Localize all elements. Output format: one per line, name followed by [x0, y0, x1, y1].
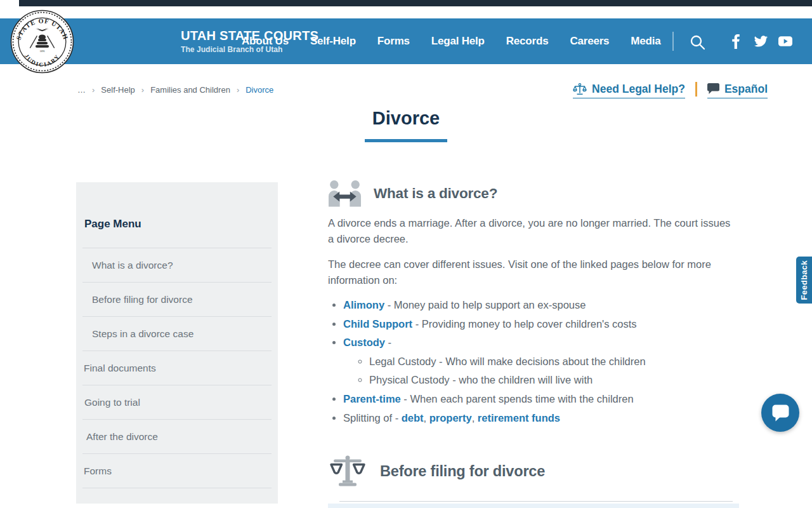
social-links: [728, 34, 793, 49]
section-bg-strip: [328, 504, 739, 508]
facebook-icon: [732, 34, 740, 49]
list-item-splitting: Splitting of - debt, property, retiremen…: [343, 411, 739, 425]
breadcrumb-divorce-current: Divorce: [246, 85, 273, 95]
espanol-label: Español: [724, 83, 768, 96]
utility-divider: [695, 82, 697, 97]
section-before-filing-header: Before filing for divorce: [329, 455, 545, 488]
scales-of-justice-icon: [329, 455, 366, 488]
list-item-parent-time: Parent-time - When each parent spends ti…: [343, 392, 739, 406]
nav-item-about-us[interactable]: About Us: [242, 35, 289, 48]
chat-bubble-icon: [772, 404, 789, 422]
main-content: What is a divorce? A divorce ends a marr…: [328, 180, 739, 429]
parent-time-link[interactable]: Parent-time: [343, 393, 401, 404]
sidebar-item-after-the-divorce[interactable]: After the divorce: [76, 420, 278, 453]
sidebar-divider: [82, 488, 272, 488]
sidebar-item-before-filing[interactable]: Before filing for divorce: [76, 283, 278, 316]
content-divider: [339, 501, 733, 502]
top-dark-bar: [19, 0, 812, 6]
section-heading: Before filing for divorce: [380, 463, 545, 480]
sidebar-item-final-documents[interactable]: Final documents: [76, 351, 278, 385]
feedback-label: Feedback: [799, 260, 809, 300]
debt-link[interactable]: debt: [402, 412, 424, 424]
seal-year-text: 1896: [39, 50, 44, 53]
page: STATE OF UTAH JUDICIARY 1896 UTAH STATE …: [0, 0, 812, 508]
list-item-legal-custody: Legal Custody - Who will make decisions …: [369, 354, 739, 368]
facebook-button[interactable]: [728, 34, 743, 49]
divorce-topics-list: Alimony - Money paid to help support an …: [328, 298, 739, 425]
intro-paragraph: A divorce ends a marriage. After a divor…: [328, 215, 734, 246]
breadcrumb-families-and-children[interactable]: Families and Children: [150, 85, 230, 95]
nav-item-self-help[interactable]: Self-Help: [310, 35, 356, 48]
splitting-prefix: Splitting of -: [343, 412, 402, 424]
feedback-tab[interactable]: Feedback: [796, 257, 812, 304]
child-support-description: - Providing money to help cover children…: [412, 318, 636, 330]
retirement-funds-link[interactable]: retirement funds: [478, 412, 560, 424]
custody-sub-list: Legal Custody - Who will make decisions …: [343, 354, 739, 387]
alimony-description: - Money paid to help support an ex-spous…: [384, 299, 586, 311]
nav-item-records[interactable]: Records: [506, 35, 549, 48]
search-icon: [690, 34, 706, 51]
main-nav: About Us Self-Help Forms Legal Help Reco…: [242, 18, 661, 64]
parent-time-description: - When each parent spends time with the …: [401, 393, 634, 404]
utility-links: Need Legal Help? Español: [573, 82, 768, 98]
comma-separator: ,: [472, 412, 478, 424]
twitter-button[interactable]: [753, 34, 768, 49]
breadcrumb-separator: ›: [237, 85, 239, 95]
section-heading: What is a divorce?: [374, 185, 497, 202]
breadcrumb-self-help[interactable]: Self-Help: [101, 85, 134, 95]
divorcing-couple-icon: [328, 180, 362, 207]
nav-divider: [672, 32, 674, 51]
breadcrumb-collapsed-toggle[interactable]: …: [77, 85, 86, 95]
youtube-button[interactable]: [778, 34, 793, 49]
nav-item-careers[interactable]: Careers: [570, 35, 609, 48]
page-menu-title: Page Menu: [76, 182, 278, 248]
property-link[interactable]: property: [429, 412, 472, 424]
sidebar-item-going-to-trial[interactable]: Going to trial: [76, 385, 278, 419]
page-title: Divorce: [0, 108, 812, 129]
page-menu-sidebar: Page Menu What is a divorce? Before fili…: [76, 182, 278, 504]
scales-icon: [573, 83, 587, 95]
sidebar-item-what-is-a-divorce[interactable]: What is a divorce?: [76, 248, 278, 282]
breadcrumb-separator: ›: [92, 85, 95, 95]
seal-icon: STATE OF UTAH JUDICIARY 1896: [10, 10, 74, 74]
custody-description: -: [385, 337, 391, 348]
nav-item-forms[interactable]: Forms: [377, 35, 410, 48]
section-what-is-divorce-header: What is a divorce?: [328, 180, 739, 207]
utah-courts-seal-logo[interactable]: STATE OF UTAH JUDICIARY 1896: [10, 10, 74, 74]
decree-paragraph: The decree can cover different issues. V…: [328, 257, 734, 288]
list-item-physical-custody: Physical Custody - who the children will…: [369, 373, 739, 387]
list-item-custody: Custody - Legal Custody - Who will make …: [343, 335, 739, 387]
alimony-link[interactable]: Alimony: [343, 299, 384, 311]
list-item-child-support: Child Support - Providing money to help …: [343, 317, 739, 331]
breadcrumb: … › Self-Help › Families and Children › …: [77, 85, 273, 95]
child-support-link[interactable]: Child Support: [343, 318, 412, 330]
sidebar-item-forms[interactable]: Forms: [76, 454, 278, 488]
search-button[interactable]: [690, 34, 706, 51]
need-legal-help-link[interactable]: Need Legal Help?: [573, 83, 685, 98]
chat-button[interactable]: [761, 394, 799, 432]
speech-bubble-icon: [707, 83, 719, 95]
title-underline: [365, 139, 447, 142]
sidebar-item-steps-in-case[interactable]: Steps in a divorce case: [76, 317, 278, 351]
nav-item-legal-help[interactable]: Legal Help: [431, 35, 485, 48]
espanol-link[interactable]: Español: [707, 83, 768, 98]
need-legal-help-label: Need Legal Help?: [592, 83, 685, 96]
twitter-icon: [754, 36, 768, 47]
list-item-alimony: Alimony - Money paid to help support an …: [343, 298, 739, 312]
breadcrumb-separator: ›: [141, 85, 144, 95]
youtube-icon: [778, 36, 792, 46]
custody-link[interactable]: Custody: [343, 337, 385, 348]
nav-item-media[interactable]: Media: [631, 35, 660, 48]
comma-separator: ,: [424, 412, 429, 424]
